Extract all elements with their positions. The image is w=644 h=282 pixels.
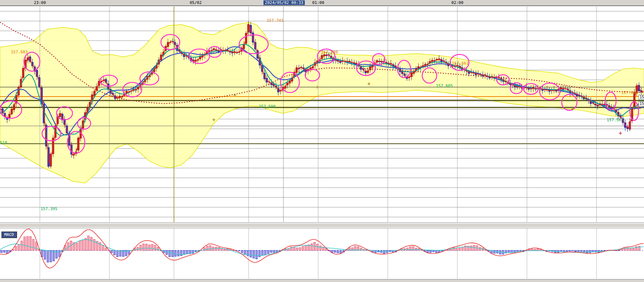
selected-time-label: 2024/05/02 00:33 bbox=[263, 0, 305, 5]
time-axis-bar: 2024/05/02 00:33 23:0005/0201:0002:00 bbox=[0, 0, 644, 6]
bottom-bar bbox=[0, 279, 644, 282]
time-axis-label: 23:00 bbox=[34, 0, 46, 5]
edge-price-box: 15 bbox=[639, 95, 644, 100]
time-axis-label: 05/02 bbox=[190, 0, 201, 5]
time-axis-label: 02:00 bbox=[451, 0, 463, 5]
time-axis-label: 01:00 bbox=[312, 0, 324, 5]
trading-chart-window: 2024/05/02 00:33 23:0005/0201:0002:00 15… bbox=[0, 0, 644, 282]
macd-indicator-label: MACD bbox=[1, 232, 17, 238]
edge-price-box: 157 bbox=[639, 101, 644, 106]
panel-divider[interactable] bbox=[0, 222, 644, 228]
main-chart[interactable] bbox=[0, 0, 644, 282]
